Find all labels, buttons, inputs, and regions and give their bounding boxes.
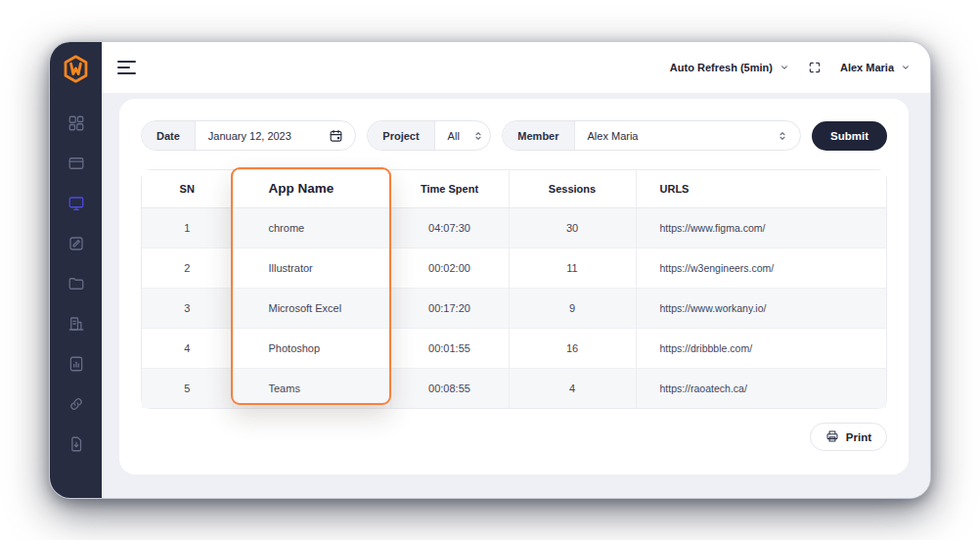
cell-url: https://w3engineers.com/ xyxy=(636,248,886,288)
cell-time-spent: 00:01:55 xyxy=(390,328,509,368)
chevron-down-icon xyxy=(780,63,789,72)
select-arrows-icon xyxy=(777,130,800,142)
table-row: 3 Microsoft Excel 00:17:20 9 https://www… xyxy=(142,288,886,328)
cell-time-spent: 00:02:00 xyxy=(390,248,509,288)
content-area: Date January 12, 2023 Project All xyxy=(102,94,930,498)
filter-bar: Date January 12, 2023 Project All xyxy=(141,120,887,151)
auto-refresh-dropdown[interactable]: Auto Refresh (5min) xyxy=(670,62,789,73)
topbar-right: Auto Refresh (5min) Alex Maria xyxy=(670,61,911,74)
sidebar-item-file-chart[interactable] xyxy=(65,356,88,375)
project-filter[interactable]: Project All xyxy=(367,120,491,151)
user-menu[interactable]: Alex Maria xyxy=(840,62,911,73)
auto-refresh-label: Auto Refresh (5min) xyxy=(670,62,773,73)
member-filter-label: Member xyxy=(503,121,574,150)
column-header-time-spent: Time Spent xyxy=(390,170,509,207)
building-icon xyxy=(67,315,85,336)
print-button[interactable]: Print xyxy=(810,423,887,451)
sidebar-item-file-download[interactable] xyxy=(65,436,88,455)
cell-sessions: 9 xyxy=(509,288,636,328)
folder-icon xyxy=(67,275,85,295)
window-icon xyxy=(67,155,85,175)
report-panel: Date January 12, 2023 Project All xyxy=(119,99,909,474)
table-row: 4 Photoshop 00:01:55 16 https://dribbble… xyxy=(142,328,886,368)
column-header-sn: SN xyxy=(142,170,233,207)
file-chart-icon xyxy=(67,355,85,376)
cell-app-name: chrome xyxy=(233,207,390,248)
cell-sessions: 16 xyxy=(509,328,636,368)
user-name: Alex Maria xyxy=(840,62,894,73)
column-header-app-name: App Name xyxy=(233,170,390,207)
sidebar-item-dashboard[interactable] xyxy=(65,115,88,134)
chevron-down-icon xyxy=(901,63,911,72)
sidebar xyxy=(50,42,102,498)
date-filter-label: Date xyxy=(142,121,196,150)
date-filter[interactable]: Date January 12, 2023 xyxy=(141,120,356,151)
file-download-icon xyxy=(67,435,85,456)
cell-app-name: Microsoft Excel xyxy=(233,288,390,328)
date-filter-value: January 12, 2023 xyxy=(196,130,304,142)
cell-time-spent: 00:17:20 xyxy=(390,288,509,328)
cell-sessions: 4 xyxy=(509,368,636,408)
calendar-icon[interactable] xyxy=(329,128,355,143)
print-label: Print xyxy=(846,431,871,443)
sidebar-item-link[interactable] xyxy=(65,396,88,415)
cell-app-name: Photoshop xyxy=(233,328,390,368)
link-icon xyxy=(67,395,85,416)
project-filter-value: All xyxy=(435,130,472,142)
table-row: 1 chrome 04:07:30 30 https://www.figma.c… xyxy=(142,207,886,248)
select-arrows-icon xyxy=(472,130,492,142)
member-filter-value: Alex Maria xyxy=(575,130,651,142)
cell-sn: 1 xyxy=(142,207,233,248)
cell-sessions: 11 xyxy=(509,248,636,288)
fullscreen-button[interactable] xyxy=(808,61,822,74)
column-header-sessions: Sessions xyxy=(509,170,636,207)
cell-url: https://dribbble.com/ xyxy=(636,328,886,368)
cell-sn: 5 xyxy=(142,368,233,408)
column-header-urls: URLS xyxy=(636,170,886,207)
member-filter[interactable]: Member Alex Maria xyxy=(502,120,801,151)
cell-sn: 4 xyxy=(142,328,233,368)
cell-app-name: Illustrator xyxy=(233,248,390,288)
fullscreen-icon xyxy=(808,61,822,74)
project-filter-label: Project xyxy=(368,121,434,150)
cell-url: https://raoatech.ca/ xyxy=(636,368,886,408)
cell-url: https://www.figma.com/ xyxy=(636,207,886,248)
app-window: Auto Refresh (5min) Alex Maria xyxy=(49,41,931,499)
workany-logo-icon xyxy=(63,55,89,87)
menu-toggle-button[interactable] xyxy=(117,61,139,74)
cell-app-name: Teams xyxy=(233,368,390,408)
sidebar-item-folder[interactable] xyxy=(65,276,88,294)
sidebar-nav xyxy=(65,99,88,455)
cell-sn: 3 xyxy=(142,288,233,328)
app-logo[interactable] xyxy=(50,42,102,99)
sidebar-item-monitor[interactable] xyxy=(65,196,88,214)
table-row: 2 Illustrator 00:02:00 11 https://w3engi… xyxy=(142,248,886,288)
cell-time-spent: 04:07:30 xyxy=(390,207,509,248)
cell-sn: 2 xyxy=(142,248,233,288)
table-header: SN App Name Time Spent Sessions URLS xyxy=(142,170,886,207)
dashboard-icon xyxy=(67,114,85,135)
sidebar-item-building[interactable] xyxy=(65,316,88,335)
monitor-icon xyxy=(67,195,85,215)
printer-icon xyxy=(825,429,839,445)
sidebar-item-edit[interactable] xyxy=(65,236,88,254)
cell-url: https://www.workany.io/ xyxy=(636,288,886,328)
app-usage-table: SN App Name Time Spent Sessions URLS 1 xyxy=(141,169,887,409)
cell-sessions: 30 xyxy=(509,207,636,248)
topbar: Auto Refresh (5min) Alex Maria xyxy=(102,42,930,94)
sidebar-item-window[interactable] xyxy=(65,156,88,174)
print-row: Print xyxy=(141,423,887,451)
cell-time-spent: 00:08:55 xyxy=(390,368,509,408)
main-area: Auto Refresh (5min) Alex Maria xyxy=(102,42,930,498)
edit-icon xyxy=(67,235,85,255)
table-row: 5 Teams 00:08:55 4 https://raoatech.ca/ xyxy=(142,368,886,408)
page: Auto Refresh (5min) Alex Maria xyxy=(0,0,980,540)
submit-button[interactable]: Submit xyxy=(812,121,887,151)
